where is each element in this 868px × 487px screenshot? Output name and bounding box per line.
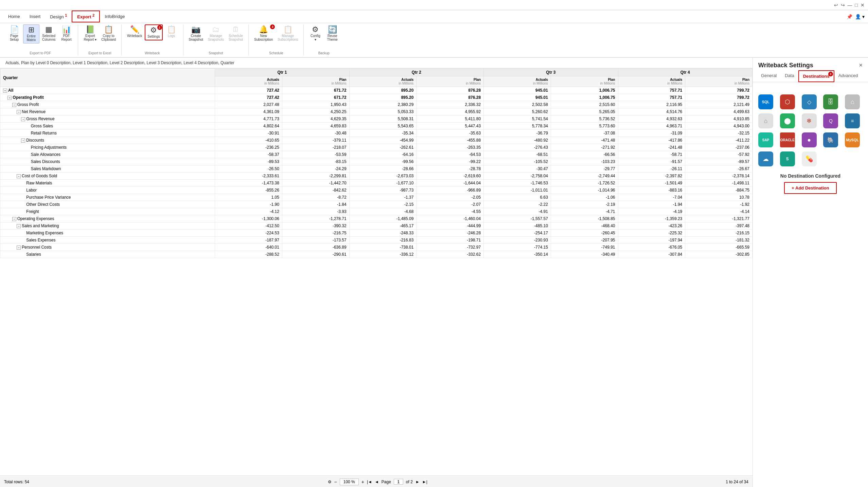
dest-icon-home1[interactable]: ⌂: [845, 94, 860, 109]
dest-icon-cloud[interactable]: ☁: [758, 151, 773, 166]
panel-close-button[interactable]: ×: [859, 62, 863, 69]
row-label-cell: −Sales and Marketing: [0, 222, 215, 230]
row-label-cell: Sales Discounts: [0, 158, 215, 165]
qtr3-header: Qtr 3: [484, 69, 618, 76]
dest-icon-home2[interactable]: ⌂: [758, 113, 773, 128]
data-cell: 4,771.73: [215, 115, 282, 123]
dest-icon-sharepoint[interactable]: S: [780, 151, 795, 166]
row-label-cell: −Cost of Goods Sold: [0, 173, 215, 180]
qtr1-header: Qtr 1: [215, 69, 349, 76]
dest-icon-pill[interactable]: 💊: [802, 151, 817, 166]
expand-icon[interactable]: −: [7, 96, 12, 100]
dest-icon-mysql[interactable]: MySQL: [845, 132, 860, 147]
dest-icon-3[interactable]: ◇: [802, 94, 817, 109]
data-cell: -640.01: [215, 244, 282, 251]
tab-advanced[interactable]: Advanced: [834, 70, 862, 82]
dest-icon-db[interactable]: 🗄: [823, 94, 838, 109]
data-cell: -26.50: [215, 165, 282, 173]
expand-icon[interactable]: −: [21, 117, 25, 121]
maximize-icon[interactable]: □: [855, 2, 858, 8]
table-row: Sale Allowances-58.37-53.59-64.16-64.53-…: [0, 151, 752, 158]
add-destination-button[interactable]: + Add Destination: [784, 182, 836, 194]
copy-clipboard-button[interactable]: 📋 Copy toClipboard: [99, 24, 118, 43]
table-row: Pricing Adjustments-236.25-218.07-262.61…: [0, 144, 752, 151]
manage-subscriptions-button[interactable]: 📋 ManageSubscriptions: [276, 24, 300, 43]
pdf-report-button[interactable]: 📊 PDFReport: [58, 24, 74, 43]
redo-icon[interactable]: ↪: [841, 2, 845, 8]
entire-matrix-button[interactable]: ⊞ EntireMatrix: [23, 24, 39, 43]
row-label-cell: Other Direct Costs: [0, 201, 215, 208]
tab-home[interactable]: Home: [3, 12, 25, 21]
data-cell: -444.99: [417, 222, 484, 230]
dest-icon-green[interactable]: ⬤: [780, 113, 795, 128]
dest-icon-purple2[interactable]: ●: [802, 132, 817, 147]
page-first-btn[interactable]: |◄: [367, 480, 372, 484]
data-cell: 4,629.35: [282, 115, 349, 123]
expand-icon[interactable]: −: [17, 174, 21, 178]
tab-insert[interactable]: Insert: [25, 12, 46, 21]
new-subscription-button[interactable]: 🔔 NewSubscription 3: [252, 24, 275, 43]
expand-icon[interactable]: −: [12, 103, 16, 107]
data-cell: -332.62: [417, 251, 484, 258]
minimize-icon[interactable]: —: [848, 2, 852, 8]
data-cell: -454.99: [349, 137, 417, 144]
expand-icon[interactable]: −: [17, 224, 21, 228]
zoom-out-btn[interactable]: −: [334, 479, 337, 485]
table-row: −Sales and Marketing-412.50-390.32-465.1…: [0, 222, 752, 230]
settings-gear-icon[interactable]: ⚙: [328, 480, 332, 484]
close-icon[interactable]: ✕: [861, 2, 865, 8]
user-icon[interactable]: 👤 ▾: [855, 14, 865, 19]
page-setup-button[interactable]: 📄 PageSetup: [6, 24, 22, 43]
data-cell: -1.94: [618, 201, 685, 208]
manage-snapshots-button[interactable]: 🗂 ManageSnapshots: [206, 24, 226, 43]
page-last-btn[interactable]: ►|: [422, 480, 427, 484]
data-cell: 4,514.76: [618, 108, 685, 115]
data-cell: -187.97: [215, 237, 282, 244]
page-input[interactable]: [394, 479, 403, 485]
tab-destinations[interactable]: Destinations 3: [798, 70, 834, 82]
zoom-level[interactable]: 100 %: [340, 479, 359, 485]
table-container[interactable]: Quarter Qtr 1 Qtr 2 Qtr 3 Qtr 4 Actualsi…: [0, 68, 752, 475]
table-row: Retail Returns-30.91-30.48-35.34-35.63-3…: [0, 130, 752, 137]
tab-general[interactable]: General: [757, 70, 781, 82]
selected-columns-button[interactable]: ▦ SelectedColumns: [40, 24, 57, 43]
new-sub-badge: 3: [270, 24, 275, 29]
data-cell: -103.23: [551, 158, 618, 165]
tab-infobridge[interactable]: InfoBridge: [100, 12, 129, 21]
dest-icon-oracle[interactable]: ORACLE: [780, 132, 795, 147]
reuse-theme-button[interactable]: 🔄 ReuseTheme: [324, 24, 340, 43]
dest-icon-qlik[interactable]: Q: [823, 113, 838, 128]
writeback-button[interactable]: ✏️ Writeback: [125, 24, 144, 39]
dest-icon-2[interactable]: ⬡: [780, 94, 795, 109]
tab-export[interactable]: Export 2: [72, 11, 100, 22]
table-row: Other Direct Costs-1.90-1.84-2.15-2.07-2…: [0, 201, 752, 208]
data-cell: -738.01: [349, 244, 417, 251]
expand-icon[interactable]: −: [3, 89, 7, 93]
dest-icon-sap[interactable]: SAP: [758, 132, 773, 147]
expand-icon[interactable]: −: [21, 139, 25, 143]
tab-data[interactable]: Data: [781, 70, 798, 82]
config-button[interactable]: ⚙ Config▾: [307, 24, 323, 43]
dest-icon-postgres[interactable]: 🐘: [823, 132, 838, 147]
data-cell: 1,006.75: [551, 87, 618, 94]
dest-icon-blue-lines[interactable]: ≡: [845, 113, 860, 128]
expand-icon[interactable]: −: [17, 246, 21, 250]
data-cell: 671.72: [282, 87, 349, 94]
undo-icon[interactable]: ↩: [834, 2, 838, 8]
tab-design[interactable]: Design 1: [45, 11, 72, 21]
data-cell: -1,644.04: [417, 180, 484, 187]
dest-icon-sql-server[interactable]: SQL: [758, 94, 773, 109]
create-snapshot-button[interactable]: 📷 CreateSnapshot: [187, 24, 205, 43]
settings-button[interactable]: ⚙ Settings 2: [145, 24, 162, 40]
zoom-in-btn[interactable]: +: [361, 479, 364, 485]
schedule-snapshot-button[interactable]: 🗓 ScheduleSnapshot: [227, 24, 245, 43]
page-prev-btn[interactable]: ◄: [375, 480, 379, 484]
expand-icon[interactable]: −: [12, 217, 16, 221]
page-next-btn[interactable]: ►: [415, 480, 420, 484]
logs-button[interactable]: 📋 Logs: [163, 24, 180, 39]
dest-icon-red-diamond[interactable]: ❄: [802, 113, 817, 128]
qtr4-plan: Planin Millions: [685, 76, 752, 87]
export-report-button[interactable]: 📗 ExportReport ▾: [82, 24, 99, 43]
export-report-icon: 📗: [86, 26, 95, 33]
expand-icon[interactable]: −: [17, 110, 21, 114]
